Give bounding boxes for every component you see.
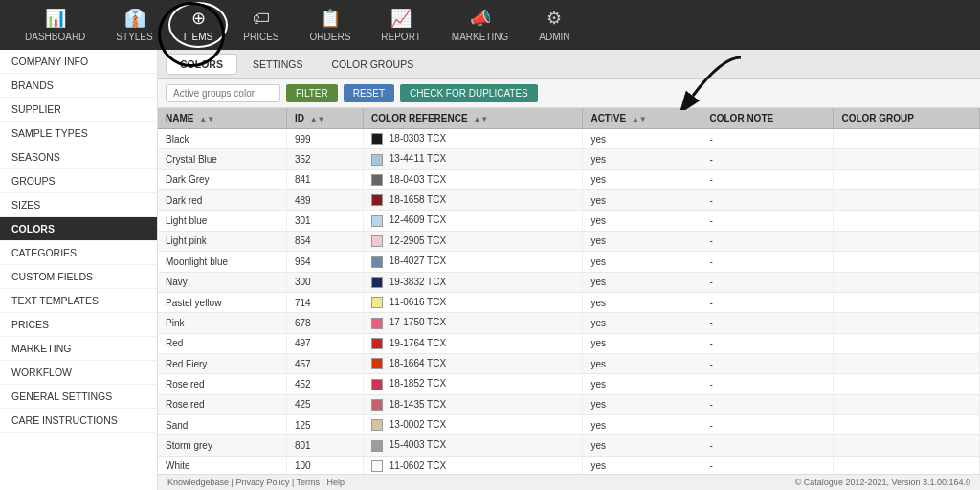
table-row[interactable]: Sand 125 13-0002 TCX yes - — [158, 415, 980, 435]
cell-id: 714 — [286, 292, 363, 312]
content-area: COLORS SETTINGS COLOR GROUPS FILTER RESE… — [158, 50, 980, 490]
footer: Knowledgebase | Privacy Policy | Terms |… — [158, 474, 980, 490]
cell-group — [834, 169, 980, 189]
tab-colors[interactable]: COLORS — [166, 54, 237, 75]
table-row[interactable]: Red 497 19-1764 TCX yes - — [158, 333, 980, 353]
cell-note: - — [702, 374, 834, 394]
sidebar-item-text-templates[interactable]: TEXT TEMPLATES — [0, 289, 157, 313]
table-container: NAME ▲▼ ID ▲▼ COLOR REFERENCE ▲▼ — [158, 108, 980, 474]
cell-name: Black — [158, 129, 286, 149]
cell-name: Light blue — [158, 211, 286, 231]
cell-id: 801 — [286, 435, 363, 456]
table-row[interactable]: Rose red 425 18-1435 TCX yes - — [158, 394, 980, 414]
cell-id: 999 — [286, 129, 363, 149]
col-header-id[interactable]: ID ▲▼ — [286, 108, 363, 129]
nav-styles[interactable]: 👔 STYLES — [100, 2, 167, 48]
cell-note: - — [702, 252, 834, 272]
table-row[interactable]: Crystal Blue 352 13-4411 TCX yes - — [158, 149, 980, 169]
cell-active: yes — [583, 149, 702, 169]
table-row[interactable]: Light pink 854 12-2905 TCX yes - — [158, 231, 980, 251]
cell-color-ref: 18-1852 TCX — [364, 374, 583, 394]
cell-active: yes — [583, 211, 702, 231]
cell-note: - — [702, 292, 834, 312]
table-row[interactable]: Navy 300 19-3832 TCX yes - — [158, 272, 980, 292]
sidebar-item-sizes[interactable]: SIZES — [0, 193, 157, 217]
nav-items[interactable]: ⊕ ITEMS — [168, 2, 229, 48]
cell-name: Pastel yellow — [158, 292, 286, 312]
color-swatch — [371, 235, 383, 247]
cell-note: - — [702, 211, 834, 231]
sidebar-item-supplier[interactable]: SUPPLIER — [0, 98, 157, 122]
cell-color-ref: 18-1664 TCX — [364, 353, 583, 373]
nav-orders[interactable]: 📋 ORDERS — [295, 2, 367, 48]
cell-id: 425 — [286, 394, 363, 414]
dashboard-icon: 📊 — [45, 8, 66, 29]
table-row[interactable]: Rose red 452 18-1852 TCX yes - — [158, 374, 980, 394]
cell-active: yes — [583, 129, 702, 149]
filter-button[interactable]: FILTER — [286, 84, 338, 102]
nav-admin[interactable]: ⚙ ADMIN — [523, 2, 585, 48]
table-row[interactable]: Light blue 301 12-4609 TCX yes - — [158, 211, 980, 231]
table-row[interactable]: Dark Grey 841 18-0403 TCX yes - — [158, 169, 980, 189]
cell-group — [834, 292, 980, 312]
cell-color-ref: 11-0602 TCX — [364, 456, 583, 474]
sidebar-item-colors[interactable]: COLORS — [0, 217, 157, 241]
sidebar-item-prices[interactable]: PRICES — [0, 313, 157, 337]
table-row[interactable]: Pink 678 17-1750 TCX yes - — [158, 313, 980, 333]
colors-table: NAME ▲▼ ID ▲▼ COLOR REFERENCE ▲▼ — [158, 108, 980, 474]
orders-icon: 📋 — [320, 8, 341, 29]
color-swatch — [371, 338, 383, 349]
col-header-name[interactable]: NAME ▲▼ — [158, 108, 286, 129]
tab-color-groups[interactable]: COLOR GROUPS — [318, 55, 427, 74]
table-row[interactable]: Storm grey 801 15-4003 TCX yes - — [158, 435, 980, 456]
cell-color-ref: 11-0616 TCX — [364, 292, 583, 312]
sidebar-item-workflow[interactable]: WORKFLOW — [0, 361, 157, 385]
report-icon: 📈 — [390, 8, 412, 29]
color-swatch — [371, 297, 383, 308]
table-row[interactable]: Dark red 489 18-1658 TCX yes - — [158, 190, 980, 211]
cell-note: - — [702, 231, 834, 251]
color-swatch — [371, 256, 383, 268]
cell-note: - — [702, 435, 834, 456]
table-row[interactable]: Red Fiery 457 18-1664 TCX yes - — [158, 353, 980, 373]
table-row[interactable]: Pastel yellow 714 11-0616 TCX yes - — [158, 292, 980, 312]
sidebar-item-custom-fields[interactable]: CUSTOM FIELDS — [0, 265, 157, 289]
cell-active: yes — [583, 394, 702, 414]
reset-button[interactable]: RESET — [344, 84, 394, 102]
cell-group — [834, 231, 980, 251]
tab-settings[interactable]: SETTINGS — [239, 55, 317, 74]
nav-report[interactable]: 📈 REPORT — [366, 2, 436, 48]
nav-marketing[interactable]: 📣 MARKETING — [436, 2, 523, 48]
sidebar-item-general-settings[interactable]: GENERAL SETTINGS — [0, 385, 157, 409]
nav-prices[interactable]: 🏷 PRICES — [228, 3, 294, 48]
sidebar-item-seasons[interactable]: SEASONS — [0, 145, 157, 169]
prices-icon: 🏷 — [253, 9, 270, 29]
cell-name: Light pink — [158, 231, 286, 251]
col-header-color-reference[interactable]: COLOR REFERENCE ▲▼ — [364, 108, 583, 129]
col-header-active[interactable]: ACTIVE ▲▼ — [583, 108, 702, 129]
sidebar-item-company-info[interactable]: COMPANY INFO — [0, 50, 157, 74]
sidebar-item-groups[interactable]: GROUPS — [0, 169, 157, 193]
cell-note: - — [702, 394, 834, 414]
cell-color-ref: 12-4609 TCX — [364, 211, 583, 231]
cell-name: Crystal Blue — [158, 149, 286, 169]
sidebar-item-brands[interactable]: BRANDS — [0, 74, 157, 98]
cell-group — [834, 435, 980, 456]
col-header-color-note[interactable]: COLOR NOTE — [702, 108, 834, 129]
table-row[interactable]: Moonlight blue 964 18-4027 TCX yes - — [158, 252, 980, 272]
col-header-color-group[interactable]: COLOR GROUP — [834, 108, 980, 129]
cell-color-ref: 13-0002 TCX — [364, 415, 583, 435]
sidebar-item-sample-types[interactable]: SAMPLE TYPES — [0, 122, 157, 145]
sidebar-item-marketing[interactable]: MARKETING — [0, 337, 157, 361]
table-row[interactable]: White 100 11-0602 TCX yes - — [158, 456, 980, 474]
marketing-icon: 📣 — [470, 8, 491, 29]
nav-dashboard[interactable]: 📊 DASHBOARD — [10, 2, 100, 48]
table-row[interactable]: Black 999 18-0303 TCX yes - — [158, 129, 980, 149]
check-duplicates-button[interactable]: CHECK FOR DUPLICATES — [400, 84, 538, 102]
cell-id: 489 — [286, 190, 363, 211]
cell-note: - — [702, 456, 834, 474]
search-input[interactable] — [166, 84, 280, 102]
cell-group — [834, 313, 980, 333]
sidebar-item-care-instructions[interactable]: CARE INSTRUCTIONS — [0, 409, 157, 433]
sidebar-item-categories[interactable]: CATEGORIES — [0, 241, 157, 265]
